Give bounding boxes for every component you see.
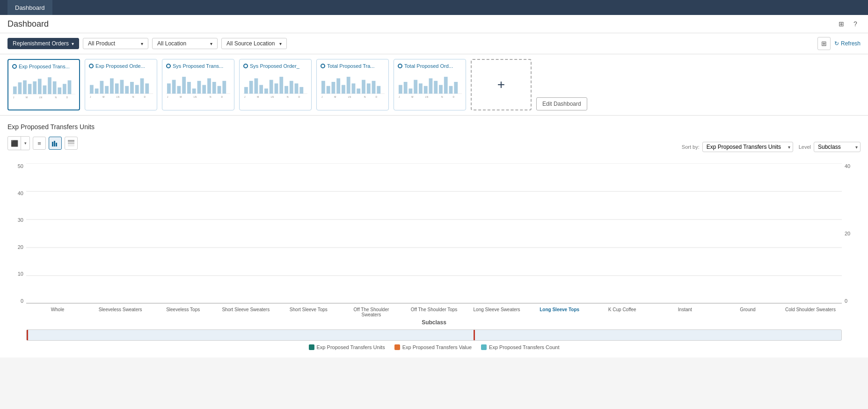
x-axis-title: Subclass <box>7 319 861 326</box>
svg-rect-25 <box>120 80 124 94</box>
x-label-0: Whole <box>26 307 89 317</box>
svg-text:D: D <box>221 95 223 98</box>
sort-by-select-wrapper[interactable]: Exp Proposed Transfers Units <box>702 142 793 152</box>
metric-dot-2 <box>166 64 171 68</box>
chart-scrollbar[interactable] <box>26 329 842 341</box>
svg-rect-12 <box>68 80 72 94</box>
metric-card-4[interactable]: Total Proposed Tra... J M LN N <box>316 59 389 110</box>
grid-icon[interactable]: ⊞ <box>836 19 846 29</box>
svg-rect-84 <box>377 86 380 94</box>
svg-rect-21 <box>100 81 103 94</box>
svg-rect-94 <box>414 80 417 94</box>
add-card[interactable]: + <box>471 59 532 110</box>
legend-color-2 <box>481 344 487 350</box>
sub-header: Dashboard ⊞ ? <box>0 15 868 33</box>
svg-text:N: N <box>287 95 289 98</box>
metric-card-title-5: Total Proposed Ord... <box>398 63 462 69</box>
x-label-3: Short Sleeve Sweaters <box>214 307 277 317</box>
svg-rect-110 <box>56 143 57 146</box>
sort-by-label: Sort by: <box>682 144 700 150</box>
svg-rect-57 <box>254 78 258 94</box>
metric-card-1[interactable]: Exp Proposed Orde... J M LN N <box>85 59 157 110</box>
metric-card-title-4: Total Proposed Tra... <box>321 63 385 69</box>
svg-rect-55 <box>244 87 248 94</box>
svg-rect-113 <box>68 145 74 146</box>
mini-chart-2: J M LN N D <box>166 71 230 99</box>
svg-text:N: N <box>441 95 443 98</box>
svg-text:N: N <box>55 96 57 99</box>
chart-title: Exp Proposed Transfers Units <box>7 123 861 131</box>
mini-chart-4: J M LN N D <box>321 71 385 99</box>
chart-toolbar: ⬛ ▾ ≡ <box>7 136 78 150</box>
chart-area: Exp Proposed Transfers Units ⬛ ▾ ≡ <box>0 116 868 358</box>
grouped-bar-icon[interactable] <box>49 137 62 150</box>
chart-svg <box>26 163 842 304</box>
sort-by-select[interactable]: Exp Proposed Transfers Units <box>702 142 793 152</box>
svg-rect-75 <box>331 82 335 94</box>
svg-rect-19 <box>90 85 94 94</box>
x-label-12: Cold Shoulder Sweaters <box>779 307 842 317</box>
chart-type-arrow-icon[interactable]: ▾ <box>21 137 29 150</box>
mini-chart-0: J M LN N D <box>12 71 75 99</box>
location-filter-dropdown[interactable]: All Location ▾ <box>152 38 218 49</box>
metric-card-2[interactable]: Sys Proposed Trans... J M LN N <box>162 59 234 110</box>
svg-rect-23 <box>110 78 114 94</box>
svg-text:M: M <box>334 95 336 98</box>
svg-text:J: J <box>244 95 246 98</box>
svg-rect-24 <box>115 83 119 94</box>
source-location-filter-dropdown[interactable]: All Source Location ▾ <box>221 38 287 49</box>
svg-rect-65 <box>295 83 299 94</box>
refresh-label: Refresh <box>841 40 861 47</box>
edit-dashboard-button[interactable]: Edit Dashboard <box>536 97 587 110</box>
svg-text:J: J <box>399 95 400 98</box>
legend-item-2: Exp Proposed Transfers Count <box>481 344 559 350</box>
mini-chart-3: J M LN N D <box>243 71 307 99</box>
help-icon[interactable]: ? <box>850 19 861 29</box>
metric-card-3[interactable]: Sys Proposed Order_ J M LN N <box>239 59 312 110</box>
svg-text:M: M <box>257 95 259 98</box>
chart-type-dropdown[interactable]: ⬛ ▾ <box>7 136 30 150</box>
metric-dot-3 <box>243 64 248 68</box>
svg-rect-74 <box>327 86 330 94</box>
x-label-7: Long Sleeve Sweaters <box>466 307 528 317</box>
legend-color-0 <box>309 344 314 350</box>
stacked-bar-icon[interactable] <box>65 137 78 150</box>
refresh-button[interactable]: ↻ Refresh <box>834 40 861 47</box>
metric-card-0[interactable]: Exp Proposed Trans... J M LN N <box>7 59 80 110</box>
svg-rect-45 <box>207 78 211 94</box>
page-title: Dashboard <box>7 19 49 29</box>
nav-tab-dashboard[interactable]: Dashboard <box>7 0 52 15</box>
svg-rect-66 <box>299 87 303 94</box>
svg-rect-81 <box>362 80 365 94</box>
svg-rect-39 <box>177 86 181 94</box>
svg-rect-61 <box>275 83 278 94</box>
metric-card-5[interactable]: Total Proposed Ord... J M LN N <box>394 59 466 110</box>
svg-rect-63 <box>284 86 288 94</box>
svg-rect-79 <box>352 83 356 94</box>
svg-rect-5 <box>33 81 36 94</box>
svg-rect-101 <box>449 86 453 94</box>
svg-rect-38 <box>172 80 176 94</box>
table-chart-icon[interactable]: ≡ <box>33 137 46 150</box>
replenishment-orders-dropdown[interactable]: Replenishment Orders ▾ <box>7 38 79 49</box>
svg-text:M: M <box>180 95 182 98</box>
x-label-9: K Cup Coffee <box>591 307 654 317</box>
svg-rect-2 <box>18 82 22 94</box>
legend-item-1: Exp Proposed Transfers Value <box>394 344 472 350</box>
x-label-2: Sleeveless Tops <box>152 307 214 317</box>
bar-chart-icon[interactable]: ⬛ <box>8 137 21 150</box>
svg-text:J: J <box>167 95 168 98</box>
x-axis-labels: Whole Sleeveless Sweaters Sleeveless Top… <box>26 307 842 317</box>
source-location-filter-label: All Source Location <box>226 40 275 47</box>
level-control: Level Subclass <box>799 142 861 152</box>
level-select[interactable]: Subclass <box>814 142 861 152</box>
svg-rect-4 <box>28 84 32 94</box>
product-filter-dropdown[interactable]: All Product ▾ <box>83 38 148 49</box>
svg-rect-60 <box>270 80 273 94</box>
svg-text:LN: LN <box>271 95 274 98</box>
level-select-wrapper[interactable]: Subclass <box>814 142 861 152</box>
svg-text:M: M <box>411 95 413 98</box>
table-view-icon[interactable]: ⊞ <box>817 37 831 50</box>
svg-rect-62 <box>279 77 283 94</box>
svg-rect-59 <box>264 88 268 94</box>
